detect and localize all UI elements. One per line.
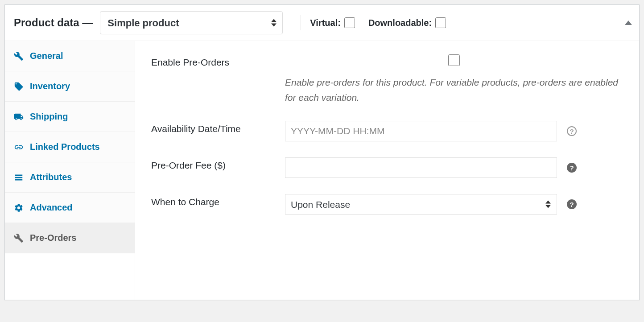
list-icon <box>14 173 24 182</box>
product-type-select-wrap: Simple product <box>100 11 283 34</box>
header-divider <box>301 15 301 30</box>
gear-icon <box>14 203 24 213</box>
virtual-label-text: Virtual: <box>310 18 341 28</box>
virtual-checkbox[interactable] <box>344 17 355 28</box>
charge-select-wrap: Upon Release <box>285 194 557 215</box>
sidebar-item-linked-products[interactable]: Linked Products <box>5 132 135 162</box>
sidebar-item-general[interactable]: General <box>5 41 135 71</box>
form-row-fee: Pre-Order Fee ($) ? <box>151 157 623 178</box>
form-row-enable: Enable Pre-Orders Enable pre-orders for … <box>151 54 623 105</box>
availability-label: Availability Date/Time <box>151 121 285 134</box>
availability-input[interactable] <box>285 121 557 141</box>
form-row-availability: Availability Date/Time ? <box>151 121 623 141</box>
sidebar-item-attributes[interactable]: Attributes <box>5 162 135 193</box>
form-row-charge: When to Charge Upon Release ? <box>151 194 623 215</box>
charge-select[interactable]: Upon Release <box>285 194 557 215</box>
enable-description: Enable pre-orders for this product. For … <box>285 75 623 105</box>
downloadable-checkbox[interactable] <box>435 17 446 28</box>
sidebar-item-shipping[interactable]: Shipping <box>5 102 135 132</box>
sidebar-item-label: Attributes <box>30 172 72 182</box>
wrench-icon <box>14 233 24 243</box>
panel-title: Product data — <box>14 17 93 29</box>
fee-input[interactable] <box>285 157 557 178</box>
charge-field: Upon Release ? <box>285 194 623 215</box>
help-icon[interactable]: ? <box>567 163 577 173</box>
link-icon <box>14 142 24 152</box>
side-tabs: General Inventory Shipping Linked Produc… <box>5 41 135 300</box>
sidebar-item-advanced[interactable]: Advanced <box>5 193 135 223</box>
form-area: Enable Pre-Orders Enable pre-orders for … <box>135 41 639 300</box>
sidebar-item-label: Inventory <box>30 81 70 91</box>
charge-label: When to Charge <box>151 194 285 207</box>
enable-label: Enable Pre-Orders <box>151 54 285 68</box>
collapse-toggle-icon[interactable] <box>625 21 632 25</box>
product-type-select[interactable]: Simple product <box>100 11 283 34</box>
sidebar-item-label: General <box>30 51 63 61</box>
truck-icon <box>14 112 24 122</box>
enable-preorders-checkbox[interactable] <box>448 54 460 66</box>
sidebar-item-inventory[interactable]: Inventory <box>5 71 135 102</box>
product-data-panel: Product data — Simple product Virtual: D… <box>4 4 640 300</box>
sidebar-item-label: Pre-Orders <box>30 233 77 243</box>
sidebar-item-label: Linked Products <box>30 142 100 152</box>
help-icon[interactable]: ? <box>567 199 577 209</box>
enable-field: Enable pre-orders for this product. For … <box>285 54 623 105</box>
virtual-checkbox-label[interactable]: Virtual: <box>310 17 355 28</box>
panel-header: Product data — Simple product Virtual: D… <box>5 5 639 41</box>
panel-body: General Inventory Shipping Linked Produc… <box>5 41 639 300</box>
wrench-icon <box>14 51 24 61</box>
availability-field: ? <box>285 121 623 141</box>
help-icon[interactable]: ? <box>567 126 577 136</box>
fee-label: Pre-Order Fee ($) <box>151 157 285 171</box>
downloadable-label-text: Downloadable: <box>368 18 432 28</box>
fee-field: ? <box>285 157 623 178</box>
sidebar-item-pre-orders[interactable]: Pre-Orders <box>5 223 135 253</box>
tag-icon <box>14 82 24 91</box>
downloadable-checkbox-label[interactable]: Downloadable: <box>368 17 446 28</box>
sidebar-item-label: Shipping <box>30 111 68 122</box>
sidebar-item-label: Advanced <box>30 202 73 213</box>
